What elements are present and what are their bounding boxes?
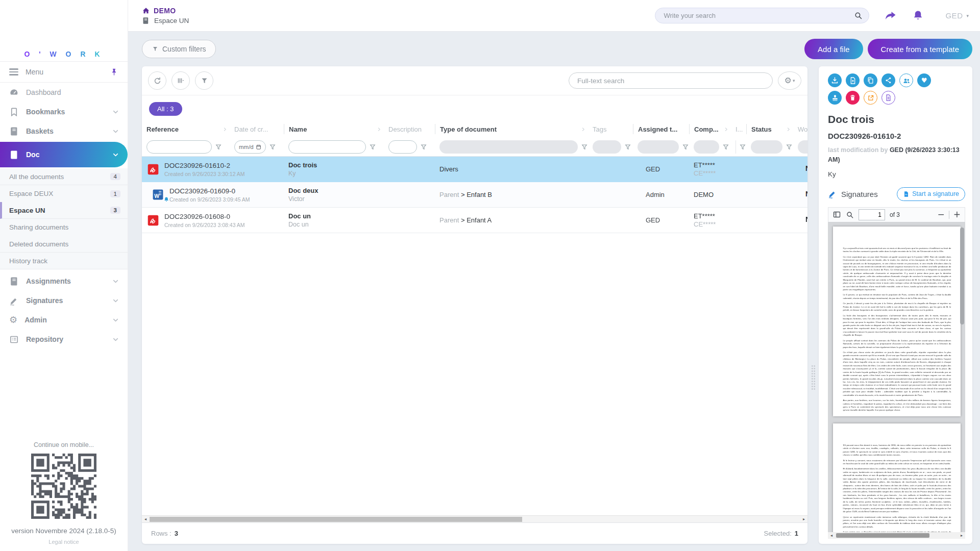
user-menu[interactable]: GED ▾ bbox=[945, 11, 969, 20]
pin-icon[interactable] bbox=[110, 68, 118, 77]
global-search[interactable] bbox=[655, 8, 869, 23]
funnel-icon[interactable] bbox=[722, 143, 729, 151]
column-header-company[interactable]: Comp... bbox=[689, 124, 731, 134]
scroll-left-arrow-icon[interactable]: ◂ bbox=[828, 533, 835, 538]
filter-reference-input[interactable] bbox=[151, 143, 207, 151]
column-header-workflow[interactable]: Workflow bbox=[793, 124, 807, 134]
column-header-name[interactable]: Name bbox=[284, 124, 384, 134]
pdf-horizontal-scrollbar[interactable]: ◂ ▸ bbox=[828, 532, 965, 539]
filter-description-input[interactable] bbox=[393, 143, 412, 151]
column-header-description[interactable]: Description bbox=[384, 124, 435, 134]
sidebar-item-all-documents[interactable]: All the documents 4 bbox=[0, 168, 128, 185]
scrollbar-thumb[interactable] bbox=[150, 517, 522, 522]
sidebar-item-admin[interactable]: ⚙ Admin bbox=[0, 310, 128, 330]
add-file-button[interactable]: Add a file bbox=[804, 39, 863, 59]
filter-assigned-select[interactable] bbox=[638, 140, 679, 154]
row-company: ET***** bbox=[694, 161, 731, 169]
funnel-icon[interactable] bbox=[215, 143, 222, 151]
scroll-right-arrow-icon[interactable]: ▸ bbox=[800, 517, 807, 521]
zoom-in-button[interactable]: + bbox=[953, 210, 961, 219]
filter-button[interactable] bbox=[195, 71, 213, 90]
column-header-assigned[interactable]: Assigned t... bbox=[633, 124, 689, 134]
sidebar-item-repository[interactable]: Repository bbox=[0, 330, 128, 349]
pdf-viewer[interactable]: Il y a aujourd'hui trois cent quarante-h… bbox=[828, 222, 965, 539]
sidebar-item-bookmarks[interactable]: Bookmarks bbox=[0, 102, 128, 121]
mobile-hint: Continue on mobile... bbox=[34, 441, 94, 448]
sidebar-item-espace-deux[interactable]: Espace DEUX 1 bbox=[0, 185, 128, 202]
funnel-icon[interactable] bbox=[682, 143, 689, 151]
pdf-vertical-scrollbar-thumb[interactable] bbox=[960, 228, 964, 324]
current-space[interactable]: Espace UN bbox=[142, 17, 189, 24]
scroll-left-arrow-icon[interactable]: ◂ bbox=[142, 517, 149, 521]
start-signature-button[interactable]: Start a signature bbox=[897, 187, 965, 201]
funnel-icon[interactable] bbox=[369, 143, 376, 151]
column-header-i[interactable]: I... bbox=[731, 124, 746, 134]
app-home-link[interactable]: DEMO bbox=[142, 7, 189, 15]
custom-filters-button[interactable]: Custom filters bbox=[142, 40, 216, 58]
sidebar-toggle-icon[interactable] bbox=[832, 210, 841, 219]
sidebar-item-assignments[interactable]: Assignments bbox=[0, 271, 128, 291]
funnel-icon[interactable] bbox=[624, 143, 631, 151]
funnel-icon[interactable] bbox=[786, 143, 793, 151]
table-row[interactable]: DOC230926-01610-2 Created on 9/26/2023 3… bbox=[142, 157, 807, 182]
table-horizontal-scrollbar[interactable]: ◂ ▸ bbox=[142, 515, 807, 522]
sidebar-menu-toggle[interactable]: Menu bbox=[0, 61, 128, 83]
bell-icon[interactable] bbox=[912, 10, 924, 21]
share-button[interactable] bbox=[881, 73, 895, 87]
delete-button[interactable] bbox=[846, 91, 860, 105]
sidebar-item-espace-un[interactable]: Espace UN 3 bbox=[0, 202, 128, 219]
scroll-right-arrow-icon[interactable]: ▸ bbox=[958, 533, 965, 538]
column-header-reference[interactable]: Reference bbox=[142, 124, 230, 134]
column-header-status[interactable]: Status bbox=[746, 124, 793, 134]
sidebar-item-deleted-documents[interactable]: Deleted documents bbox=[0, 236, 128, 253]
sidebar-item-sharing-documents[interactable]: Sharing documents bbox=[0, 219, 128, 236]
download-button[interactable] bbox=[828, 73, 842, 87]
filter-workflow-select[interactable] bbox=[798, 140, 807, 154]
search-icon[interactable] bbox=[846, 211, 854, 219]
duplicate-button[interactable] bbox=[864, 73, 877, 87]
sidebar-item-doc[interactable]: Doc bbox=[0, 142, 128, 167]
document-properties-button[interactable] bbox=[881, 91, 895, 105]
share-icon[interactable] bbox=[885, 10, 897, 22]
page-number-input[interactable] bbox=[859, 209, 885, 220]
panel-resize-handle[interactable] bbox=[807, 66, 819, 544]
refresh-button[interactable] bbox=[148, 71, 166, 90]
filter-i-select[interactable] bbox=[736, 140, 736, 154]
table-settings-button[interactable]: ⚙ ▾ bbox=[778, 71, 801, 90]
columns-button[interactable] bbox=[172, 71, 190, 90]
funnel-icon[interactable] bbox=[739, 143, 746, 151]
filter-type-select[interactable] bbox=[439, 140, 578, 154]
table-row[interactable]: DOC230926-01609-0 Created on 9/26/2023 3… bbox=[142, 182, 807, 208]
sidebar-item-baskets[interactable]: Baskets bbox=[0, 121, 128, 141]
scrollbar-thumb[interactable] bbox=[836, 533, 929, 538]
filter-tags-select[interactable] bbox=[593, 140, 621, 154]
fulltext-search-input[interactable] bbox=[569, 72, 773, 89]
sidebar-item-signatures[interactable]: Signatures bbox=[0, 291, 128, 310]
column-header-type[interactable]: Type of document bbox=[435, 124, 588, 134]
column-header-tags[interactable]: Tags bbox=[588, 124, 633, 134]
sidebar-item-dashboard[interactable]: Dashboard bbox=[0, 83, 128, 102]
upload-version-button[interactable] bbox=[846, 73, 860, 87]
funnel-icon[interactable] bbox=[420, 143, 427, 151]
table-row[interactable]: DOC230926-01608-0 Created on 9/26/2023 3… bbox=[142, 208, 807, 233]
open-external-button[interactable] bbox=[864, 91, 877, 105]
funnel-icon[interactable] bbox=[269, 143, 276, 151]
search-icon[interactable] bbox=[854, 11, 863, 20]
chevron-down-icon bbox=[112, 128, 119, 135]
create-from-template-button[interactable]: Create from a template bbox=[868, 39, 972, 59]
funnel-icon[interactable] bbox=[581, 143, 588, 151]
stamp-button[interactable] bbox=[828, 91, 842, 105]
column-header-date[interactable]: Date of cr... bbox=[230, 124, 284, 134]
filter-date-input[interactable]: mm/d bbox=[234, 140, 266, 154]
zoom-out-button[interactable]: − bbox=[938, 210, 945, 219]
tab-all[interactable]: All : 3 bbox=[149, 102, 182, 116]
filter-status-select[interactable] bbox=[751, 140, 782, 154]
favorite-button[interactable]: ♥ bbox=[917, 73, 931, 87]
filter-name-input[interactable] bbox=[293, 143, 361, 151]
assign-users-button[interactable] bbox=[899, 73, 913, 87]
sidebar-item-history-track[interactable]: History track bbox=[0, 253, 128, 269]
start-signature-label: Start a signature bbox=[912, 190, 959, 197]
filter-company-select[interactable] bbox=[694, 140, 719, 154]
legal-notice-link[interactable]: Legal notice bbox=[48, 539, 79, 545]
global-search-input[interactable] bbox=[664, 12, 854, 19]
